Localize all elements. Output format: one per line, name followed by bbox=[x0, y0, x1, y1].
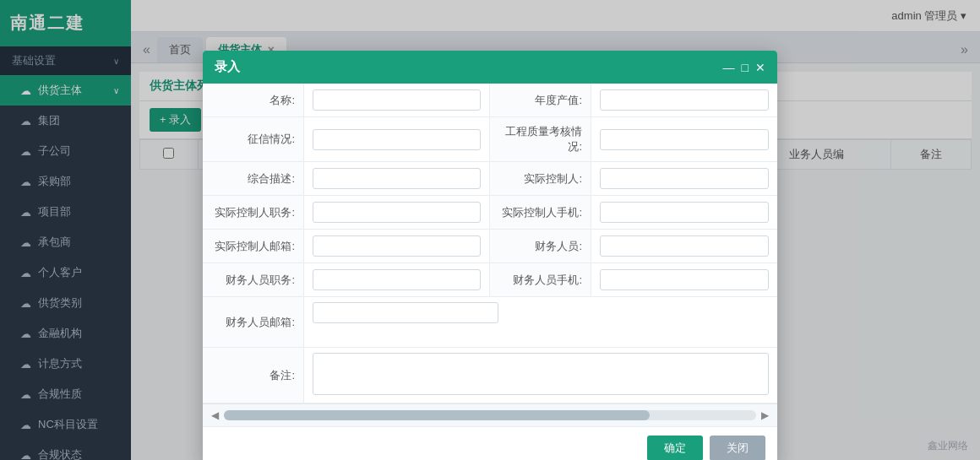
scroll-thumb bbox=[224, 410, 650, 420]
input-wrap-description bbox=[304, 163, 489, 194]
input-wrap-finance-staff bbox=[591, 230, 777, 262]
label-controller-position: 实际控制人职务: bbox=[203, 196, 304, 229]
input-annual-output[interactable] bbox=[600, 89, 769, 111]
input-wrap-finance-position bbox=[304, 264, 489, 295]
label-quality: 工程质量考核情况: bbox=[490, 117, 591, 161]
input-remark[interactable] bbox=[313, 353, 769, 395]
form-cell-controller-phone: 实际控制人手机: bbox=[490, 196, 777, 230]
form-cell-name: 名称: bbox=[203, 84, 490, 117]
modal-footer: 确定 关闭 bbox=[203, 426, 777, 460]
label-controller: 实际控制人: bbox=[490, 162, 591, 195]
input-wrap-controller bbox=[591, 163, 777, 194]
close-modal-button[interactable]: 关闭 bbox=[710, 436, 765, 460]
modal-scrollbar: ◀ ▶ bbox=[203, 403, 777, 426]
input-wrap-annual-output bbox=[591, 84, 777, 116]
input-wrap-controller-email bbox=[304, 230, 489, 262]
input-finance-staff[interactable] bbox=[600, 235, 769, 257]
input-wrap-controller-phone bbox=[591, 197, 777, 228]
form-cell-annual-output: 年度产值: bbox=[490, 84, 777, 117]
form-cell-controller-position: 实际控制人职务: bbox=[203, 196, 490, 230]
input-wrap-controller-position bbox=[304, 197, 489, 228]
form-cell-credit: 征信情况: bbox=[203, 117, 490, 162]
label-description: 综合描述: bbox=[203, 162, 304, 195]
input-quality[interactable] bbox=[600, 129, 769, 150]
confirm-button[interactable]: 确定 bbox=[647, 436, 703, 460]
scroll-left-icon[interactable]: ◀ bbox=[211, 409, 219, 421]
input-finance-position[interactable] bbox=[313, 269, 481, 290]
label-controller-email: 实际控制人邮箱: bbox=[203, 230, 304, 262]
input-credit[interactable] bbox=[313, 129, 481, 150]
label-finance-email: 财务人员邮箱: bbox=[203, 297, 304, 347]
entry-modal: 录入 — □ ✕ 名称: 年度产值: bbox=[203, 51, 777, 460]
input-wrap-name bbox=[304, 84, 489, 116]
modal-overlay: 录入 — □ ✕ 名称: 年度产值: bbox=[0, 0, 980, 460]
modal-header: 录入 — □ ✕ bbox=[203, 51, 777, 84]
input-finance-phone[interactable] bbox=[600, 269, 769, 290]
form-cell-description: 综合描述: bbox=[203, 162, 490, 196]
input-name[interactable] bbox=[313, 89, 481, 111]
input-controller[interactable] bbox=[600, 168, 769, 189]
input-wrap-credit bbox=[304, 124, 489, 155]
modal-title: 录入 bbox=[215, 59, 240, 75]
form-cell-remark: 备注: bbox=[203, 348, 777, 403]
label-finance-staff: 财务人员: bbox=[490, 230, 591, 262]
input-wrap-quality bbox=[591, 124, 777, 155]
label-name: 名称: bbox=[203, 84, 304, 116]
modal-controls: — □ ✕ bbox=[723, 61, 765, 74]
label-controller-phone: 实际控制人手机: bbox=[490, 196, 591, 229]
input-controller-position[interactable] bbox=[313, 202, 481, 223]
input-wrap-finance-email bbox=[304, 297, 777, 328]
modal-minimize-button[interactable]: — bbox=[723, 61, 735, 74]
input-finance-email[interactable] bbox=[313, 302, 498, 323]
form-cell-finance-staff: 财务人员: bbox=[490, 230, 777, 263]
form-grid: 名称: 年度产值: 征信情况: bbox=[203, 84, 777, 403]
label-annual-output: 年度产值: bbox=[490, 84, 591, 116]
form-cell-finance-position: 财务人员职务: bbox=[203, 263, 490, 297]
label-finance-phone: 财务人员手机: bbox=[490, 263, 591, 296]
scroll-track[interactable] bbox=[224, 410, 756, 420]
form-cell-controller: 实际控制人: bbox=[490, 162, 777, 196]
label-remark: 备注: bbox=[203, 348, 304, 403]
scroll-right-icon[interactable]: ▶ bbox=[761, 409, 769, 421]
form-cell-finance-email: 财务人员邮箱: bbox=[203, 297, 777, 348]
form-cell-quality: 工程质量考核情况: bbox=[490, 117, 777, 162]
input-wrap-finance-phone bbox=[591, 264, 777, 295]
input-description[interactable] bbox=[313, 168, 481, 189]
form-cell-controller-email: 实际控制人邮箱: bbox=[203, 230, 490, 263]
modal-body: 名称: 年度产值: 征信情况: bbox=[203, 84, 777, 403]
modal-maximize-button[interactable]: □ bbox=[742, 61, 749, 74]
input-controller-phone[interactable] bbox=[600, 202, 769, 223]
input-controller-email[interactable] bbox=[313, 235, 481, 257]
input-wrap-remark bbox=[304, 348, 777, 403]
modal-close-icon[interactable]: ✕ bbox=[755, 61, 765, 74]
label-finance-position: 财务人员职务: bbox=[203, 263, 304, 296]
label-credit: 征信情况: bbox=[203, 117, 304, 161]
form-cell-finance-phone: 财务人员手机: bbox=[490, 263, 777, 297]
